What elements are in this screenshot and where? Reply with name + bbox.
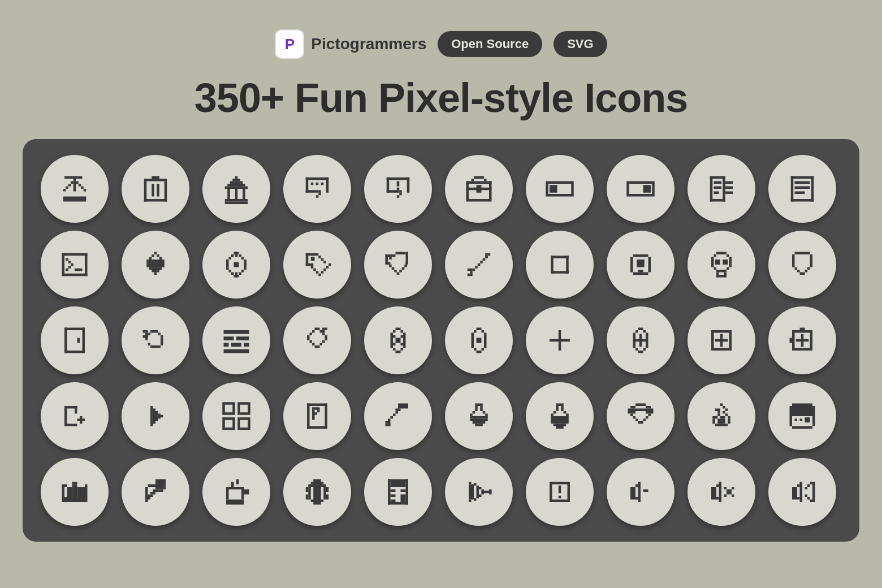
play-icon[interactable] bbox=[122, 382, 189, 450]
add-circle-icon[interactable] bbox=[688, 306, 755, 374]
svg-rect-30 bbox=[227, 184, 245, 187]
svg-badge[interactable]: SVG bbox=[554, 31, 607, 57]
svg-rect-308 bbox=[398, 404, 408, 409]
close-circle-icon[interactable] bbox=[364, 306, 432, 374]
coffee-icon[interactable] bbox=[202, 458, 270, 526]
svg-rect-72 bbox=[725, 181, 733, 184]
target-icon[interactable] bbox=[202, 231, 270, 299]
svg-rect-20 bbox=[152, 176, 159, 179]
fire-icon[interactable] bbox=[688, 382, 755, 450]
svg-rect-292 bbox=[155, 411, 158, 421]
svg-rect-131 bbox=[318, 274, 321, 276]
calculator-icon[interactable] bbox=[364, 458, 432, 526]
svg-rect-1 bbox=[67, 176, 70, 179]
bug-icon[interactable] bbox=[283, 458, 351, 526]
tag-icon[interactable] bbox=[283, 231, 351, 299]
svg-rect-130 bbox=[316, 271, 319, 274]
hammer-icon[interactable] bbox=[364, 382, 432, 450]
svg-rect-393 bbox=[148, 495, 153, 498]
trash-icon[interactable] bbox=[122, 155, 189, 223]
svg-rect-71 bbox=[710, 199, 725, 202]
tags-icon[interactable] bbox=[364, 231, 432, 299]
svg-rect-9 bbox=[76, 181, 79, 184]
add-box-icon[interactable] bbox=[41, 382, 109, 450]
gameboy-icon[interactable] bbox=[768, 382, 836, 450]
door-icon[interactable] bbox=[41, 306, 109, 374]
svg-rect-335 bbox=[551, 414, 554, 417]
svg-rect-93 bbox=[66, 269, 68, 271]
svg-rect-297 bbox=[224, 419, 234, 429]
svg-rect-472 bbox=[729, 492, 732, 495]
terminal-icon[interactable] bbox=[41, 231, 109, 299]
volume-icon[interactable] bbox=[768, 458, 836, 526]
upload-icon[interactable] bbox=[41, 155, 109, 223]
open-source-badge[interactable]: Open Source bbox=[438, 31, 542, 57]
square-icon[interactable] bbox=[526, 231, 594, 299]
svg-rect-162 bbox=[483, 258, 486, 261]
svg-rect-474 bbox=[797, 485, 800, 487]
svg-rect-215 bbox=[224, 330, 249, 334]
svg-rect-193 bbox=[795, 267, 798, 270]
bow-icon[interactable] bbox=[445, 458, 513, 526]
plus-circle-icon[interactable] bbox=[607, 306, 675, 374]
svg-rect-49 bbox=[387, 190, 400, 193]
svg-rect-99 bbox=[159, 257, 162, 260]
warning-icon[interactable] bbox=[526, 458, 594, 526]
svg-rect-6 bbox=[80, 176, 83, 179]
svg-rect-399 bbox=[226, 487, 244, 490]
toolbox-icon[interactable] bbox=[445, 155, 513, 223]
svg-rect-198 bbox=[64, 328, 85, 331]
add-square-icon[interactable] bbox=[768, 306, 836, 374]
svg-rect-443 bbox=[489, 490, 492, 492]
svg-rect-214 bbox=[143, 335, 148, 338]
svg-rect-235 bbox=[325, 328, 328, 331]
reading-icon[interactable] bbox=[688, 155, 755, 223]
water-icon[interactable] bbox=[122, 231, 189, 299]
refresh-icon[interactable] bbox=[283, 306, 351, 374]
chat-icon[interactable] bbox=[283, 155, 351, 223]
plus-icon[interactable] bbox=[526, 306, 594, 374]
shield-icon[interactable] bbox=[768, 231, 836, 299]
svg-rect-334 bbox=[564, 411, 567, 414]
svg-rect-172 bbox=[630, 257, 633, 273]
p-book-icon[interactable] bbox=[283, 382, 351, 450]
undo-icon[interactable] bbox=[122, 306, 189, 374]
bank-icon[interactable] bbox=[202, 155, 270, 223]
leaf-icon[interactable] bbox=[122, 458, 189, 526]
svg-rect-369 bbox=[717, 419, 725, 424]
svg-rect-161 bbox=[480, 261, 483, 263]
svg-rect-118 bbox=[241, 270, 244, 273]
svg-rect-279 bbox=[792, 348, 812, 351]
alert-chat-icon[interactable] bbox=[364, 155, 432, 223]
svg-rect-177 bbox=[716, 252, 727, 255]
svg-rect-434 bbox=[469, 500, 472, 503]
sword-icon[interactable] bbox=[445, 231, 513, 299]
crown-icon[interactable] bbox=[41, 458, 109, 526]
svg-rect-202 bbox=[77, 338, 80, 343]
svg-rect-15 bbox=[84, 189, 87, 192]
svg-rect-455 bbox=[635, 497, 638, 500]
svg-rect-417 bbox=[306, 495, 309, 500]
gem-icon[interactable] bbox=[607, 382, 675, 450]
svg-rect-317 bbox=[475, 404, 483, 407]
svg-rect-36 bbox=[306, 178, 329, 180]
notes-icon[interactable] bbox=[768, 155, 836, 223]
wall-icon[interactable] bbox=[202, 306, 270, 374]
flask2-icon[interactable] bbox=[526, 382, 594, 450]
svg-rect-98 bbox=[149, 257, 152, 260]
svg-rect-144 bbox=[392, 267, 395, 270]
toggle-on-icon[interactable] bbox=[607, 155, 675, 223]
svg-rect-226 bbox=[322, 340, 325, 343]
mute-icon[interactable] bbox=[607, 458, 675, 526]
toggle-off-icon[interactable] bbox=[526, 155, 594, 223]
svg-rect-129 bbox=[313, 269, 316, 271]
skull-icon[interactable] bbox=[688, 231, 755, 299]
svg-rect-437 bbox=[474, 498, 477, 501]
svg-rect-477 bbox=[797, 497, 800, 500]
flask-icon[interactable] bbox=[445, 382, 513, 450]
grid-icon[interactable] bbox=[202, 382, 270, 450]
svg-rect-275 bbox=[715, 339, 728, 342]
circle-dot-icon[interactable] bbox=[445, 306, 513, 374]
speaker-icon[interactable] bbox=[607, 231, 675, 299]
volume-off-icon[interactable] bbox=[688, 458, 755, 526]
